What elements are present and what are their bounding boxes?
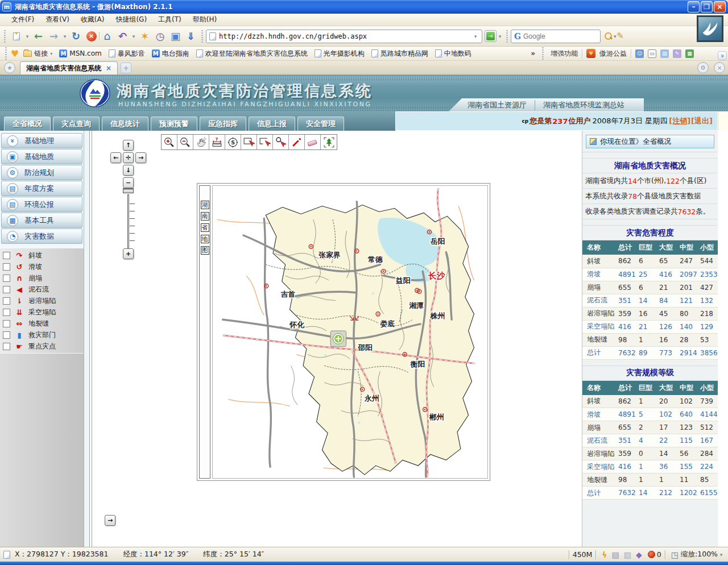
enhance-features-link[interactable]: 增强功能 xyxy=(551,49,578,59)
pan-up-button[interactable]: ↑ xyxy=(123,140,134,151)
search-input[interactable] xyxy=(523,32,611,40)
menu-item[interactable]: 收藏(A) xyxy=(75,13,110,26)
select-circle-button[interactable] xyxy=(273,135,289,149)
sidebar-section-灾害数据[interactable]: ◔灾害数据 xyxy=(1,229,82,244)
window-list-icon[interactable]: ▭ xyxy=(648,49,656,58)
eraser-button[interactable] xyxy=(305,135,321,149)
select-rect-button[interactable] xyxy=(241,135,257,149)
collapse-chevron-icon[interactable]: » xyxy=(718,51,727,60)
layer-checkbox[interactable] xyxy=(3,320,10,327)
search-box[interactable]: G ▾ xyxy=(511,30,601,43)
measure-button[interactable]: ? xyxy=(209,135,225,149)
new-page-dropdown[interactable]: ▾ xyxy=(24,34,31,39)
layer-checkbox[interactable] xyxy=(3,275,10,282)
nav-tab-1[interactable]: 全省概况 xyxy=(4,117,51,131)
link-land-resources[interactable]: 湖南省国土资源厅 xyxy=(460,100,535,110)
minimize-button[interactable]: – xyxy=(688,1,700,13)
layer-checkbox[interactable] xyxy=(3,343,10,350)
link-item[interactable]: M电台指南 xyxy=(148,48,193,60)
pens-icon[interactable]: ✎ xyxy=(673,49,681,58)
link-geo-env-station[interactable]: 湖南省地质环境监测总站 xyxy=(535,100,632,110)
exit-link[interactable]: [退出] xyxy=(691,116,713,126)
pan-center-button[interactable]: ✛ xyxy=(123,152,134,163)
hunan-map[interactable]: 张家界常德岳阳益阳长沙吉首湘潭株州怀化娄底邵阳衡阳永州郴州 xyxy=(213,186,487,478)
download-button[interactable] xyxy=(183,28,198,44)
pan-right-button[interactable]: → xyxy=(135,152,146,163)
layer-checkbox[interactable] xyxy=(3,263,10,271)
stop-button[interactable]: × xyxy=(84,28,99,44)
setup-wrench-icon[interactable]: ⚙ xyxy=(697,62,709,73)
search-icon[interactable] xyxy=(604,32,613,40)
favorites-star-icon[interactable]: ★ xyxy=(4,62,15,73)
nav-tab-5[interactable]: 应急指挥 xyxy=(200,117,246,131)
gesture-icon[interactable]: ◆ xyxy=(636,551,642,559)
popup-blocker-icon[interactable]: ▨ xyxy=(624,551,631,559)
sidebar-section-基础地质[interactable]: ▣基础地质 xyxy=(1,149,82,164)
layer-checkbox[interactable] xyxy=(3,252,10,259)
panel-splitter[interactable] xyxy=(84,131,92,547)
sidebar-section-年度方案[interactable]: ▤年度方案 xyxy=(1,181,82,196)
refresh-button[interactable] xyxy=(68,28,84,44)
home-button[interactable] xyxy=(100,28,115,44)
select-s-button[interactable]: S xyxy=(225,135,241,149)
undo-button[interactable] xyxy=(115,28,130,44)
maximize-button[interactable]: ❐ xyxy=(701,1,713,13)
zoom-level[interactable]: 缩放:100% xyxy=(681,550,718,559)
address-input[interactable] xyxy=(219,32,469,40)
layer-tree-button[interactable] xyxy=(321,135,337,149)
charity-shield-icon[interactable]: ♥ xyxy=(586,49,595,58)
layer-checkbox[interactable] xyxy=(3,286,10,293)
nav-tab-2[interactable]: 灾点查询 xyxy=(53,117,100,131)
locate-button[interactable] xyxy=(330,331,346,347)
sidebar-section-防治规划[interactable]: ⚙防治规划 xyxy=(1,165,82,180)
back-button[interactable] xyxy=(31,28,46,44)
zoom-out-button[interactable] xyxy=(177,135,193,149)
new-page-button[interactable] xyxy=(9,28,24,44)
sidebar-section-基础地理[interactable]: »基础地理 xyxy=(1,133,82,148)
close-button[interactable]: × xyxy=(714,1,726,13)
zoom-dropdown[interactable]: ▾ xyxy=(718,552,725,558)
nav-tab-4[interactable]: 预测预警 xyxy=(151,117,197,131)
forward-button[interactable] xyxy=(46,28,61,44)
history-button[interactable] xyxy=(152,28,168,44)
proxy-icon[interactable]: ▤ xyxy=(612,551,619,559)
layer-checkbox[interactable] xyxy=(3,297,10,305)
sidebar-section-基本工具[interactable]: ▦基本工具 xyxy=(1,213,82,228)
toolbar-grip[interactable] xyxy=(201,30,204,43)
layer-checkbox[interactable] xyxy=(3,331,10,339)
undo-dropdown[interactable]: ▾ xyxy=(130,34,137,39)
nav-tab-6[interactable]: 信息上报 xyxy=(249,117,295,131)
expand-panel-button[interactable]: → xyxy=(105,515,115,526)
address-dropdown[interactable]: ▾ xyxy=(472,34,479,39)
user-icon[interactable]: ☺ xyxy=(635,49,644,58)
highlight-button[interactable] xyxy=(613,28,628,44)
link-item[interactable]: 中地数码 xyxy=(432,48,475,60)
tab-active[interactable]: 湖南省地质灾害信息系统 × xyxy=(20,61,118,74)
favorites-heart-icon[interactable]: ♥ xyxy=(11,48,19,59)
toolbar-grip[interactable] xyxy=(506,30,508,43)
boost-icon[interactable]: ϟ xyxy=(602,551,607,559)
grid-icon[interactable]: ▦ xyxy=(685,49,694,58)
toolbar-grip[interactable] xyxy=(3,30,6,43)
unselect-rect-button[interactable] xyxy=(257,135,273,149)
zoom-resize-icon[interactable]: ◳ xyxy=(671,551,679,559)
close-tabs-icon[interactable]: × xyxy=(714,62,725,73)
menu-item[interactable]: 工具(T) xyxy=(152,13,187,26)
zoom-out-step-button[interactable]: − xyxy=(123,177,134,188)
maxthon-charity-link[interactable]: 傲游公益 xyxy=(599,49,627,59)
go-dropdown[interactable]: ▾ xyxy=(497,34,503,39)
link-item[interactable]: 光年摄影机构 xyxy=(311,48,368,60)
history-dropdown[interactable]: ▾ xyxy=(61,34,68,39)
map-canvas[interactable]: 张家界常德岳阳益阳长沙吉首湘潭株州怀化娄底邵阳衡阳永州郴州 xyxy=(212,185,488,479)
link-item[interactable]: 暴风影音 xyxy=(105,48,148,60)
window-button[interactable] xyxy=(168,28,183,44)
tab-close-icon[interactable]: × xyxy=(106,64,111,72)
pan-left-button[interactable]: ← xyxy=(110,152,121,163)
menu-item[interactable]: 帮助(H) xyxy=(187,13,222,26)
pan-down-button[interactable]: ↓ xyxy=(123,165,134,176)
layer-checkbox[interactable] xyxy=(3,309,10,316)
links-grip[interactable] xyxy=(541,47,544,60)
address-bar[interactable]: ▾ xyxy=(206,30,482,43)
new-tab-button[interactable]: + xyxy=(121,63,131,73)
link-item[interactable]: 觅路城市精品网 xyxy=(368,48,432,60)
